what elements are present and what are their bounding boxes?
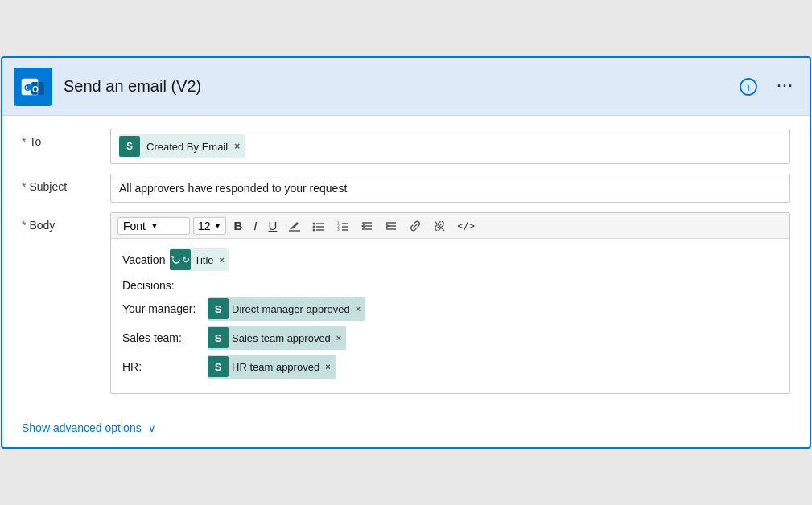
font-size-dropdown-icon: ▼ (214, 221, 222, 230)
svg-point-11 (313, 228, 315, 231)
highlight-button[interactable] (284, 217, 305, 235)
advanced-options-link[interactable]: Show advanced options ∨ (2, 410, 810, 447)
bold-button[interactable]: B (229, 216, 246, 235)
to-field-row: *To S Created By Email × (22, 129, 790, 164)
sales-tag-close[interactable]: × (336, 333, 341, 343)
subject-label: *Subject (22, 174, 110, 193)
title-tag-chip: ↻ Title × (170, 248, 229, 271)
font-size-select[interactable]: 12 ▼ (193, 217, 226, 235)
svg-text:i: i (747, 82, 749, 93)
sales-row: Sales team: S Sales team approved × (122, 326, 778, 350)
numbered-list-button[interactable]: 1.2.3. (332, 217, 353, 235)
manager-tag-icon: S (208, 298, 229, 319)
hr-tag-chip: S HR team approved × (208, 355, 336, 379)
to-chip-icon: S (119, 136, 140, 157)
to-input[interactable]: S Created By Email × (110, 129, 790, 164)
editor-content-area[interactable]: Vacation ↻ Title × Decisions: (111, 239, 789, 393)
title-tag-icon: ↻ (170, 249, 191, 270)
outlook-icon: O O (14, 68, 52, 106)
email-card: O O Send an email (V2) i ··· *To (1, 56, 811, 449)
body-area: *To S Created By Email × *Subject All ap… (2, 116, 810, 410)
manager-tag-chip: S Direct manager approved × (208, 297, 365, 321)
body-editor[interactable]: Font ▼ 12 ▼ B I U (110, 212, 790, 394)
remove-link-button[interactable] (429, 217, 450, 235)
manager-tag-close[interactable]: × (356, 304, 361, 314)
to-label: *To (22, 129, 110, 148)
decrease-indent-button[interactable] (357, 217, 377, 235)
more-options-button[interactable]: ··· (773, 74, 798, 100)
body-required-star: * (22, 219, 26, 232)
underline-button[interactable]: U (265, 216, 282, 235)
hr-tag-close[interactable]: × (325, 362, 330, 372)
chevron-down-icon: ∨ (148, 422, 156, 434)
code-button[interactable]: </> (453, 218, 479, 234)
subject-field-row: *Subject All approvers have responded to… (22, 174, 790, 203)
to-chip-close[interactable]: × (234, 141, 240, 152)
italic-button[interactable]: I (249, 216, 261, 235)
decisions-label: Decisions: (122, 279, 778, 292)
body-label: *Body (22, 212, 110, 232)
svg-point-9 (313, 222, 315, 224)
header-title: Send an email (V2) (64, 77, 736, 96)
card-header: O O Send an email (V2) i ··· (2, 58, 810, 116)
header-actions: i ··· (736, 74, 798, 100)
editor-toolbar: Font ▼ 12 ▼ B I U (111, 213, 789, 239)
manager-row: Your manager: S Direct manager approved … (122, 297, 778, 321)
info-button[interactable]: i (736, 74, 761, 100)
vacation-line: Vacation ↻ Title × (122, 248, 778, 271)
body-field-row: *Body Font ▼ 12 ▼ B I U (22, 212, 790, 394)
to-required-star: * (22, 135, 26, 148)
bullet-list-button[interactable] (308, 217, 329, 235)
hr-tag-icon: S (208, 356, 229, 377)
sales-tag-chip: S Sales team approved × (208, 326, 346, 350)
svg-text:O: O (24, 83, 31, 92)
insert-link-button[interactable] (405, 217, 426, 235)
increase-indent-button[interactable] (381, 217, 402, 235)
subject-input[interactable]: All approvers have responded to your req… (110, 174, 790, 203)
hr-row: HR: S HR team approved × (122, 355, 778, 379)
subject-required-star: * (22, 180, 26, 193)
font-select[interactable]: Font ▼ (117, 217, 190, 235)
svg-text:3.: 3. (337, 227, 340, 232)
sales-tag-icon: S (208, 327, 229, 348)
svg-point-10 (313, 225, 315, 228)
to-chip: S Created By Email × (119, 134, 245, 158)
font-dropdown-icon: ▼ (150, 221, 159, 230)
title-tag-close[interactable]: × (220, 255, 225, 265)
